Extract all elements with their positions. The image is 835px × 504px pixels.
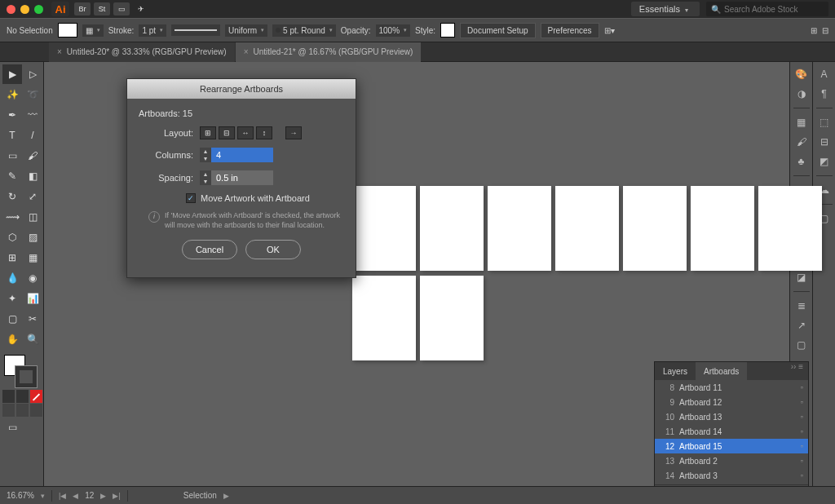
line-tool[interactable]: / (23, 126, 42, 145)
color-mode-solid[interactable] (2, 390, 15, 403)
type-tool[interactable]: T (2, 126, 22, 145)
artboard-tool[interactable]: ▢ (2, 309, 22, 329)
draw-behind[interactable] (16, 404, 29, 417)
magic-wand-tool[interactable]: ✨ (2, 85, 22, 104)
cancel-button[interactable]: Cancel (182, 240, 237, 259)
nav-first-icon[interactable]: |◀ (59, 492, 66, 500)
color-mode-gradient[interactable] (16, 390, 29, 403)
preferences-button[interactable]: Preferences (541, 23, 599, 38)
spacing-input[interactable]: ▴▾ 0.5 in (200, 170, 273, 185)
move-artwork-checkbox[interactable] (186, 193, 196, 203)
nav-next-icon[interactable]: ▶ (100, 492, 106, 500)
nav-artboard[interactable]: 12 (85, 491, 94, 500)
color-panel-icon[interactable]: 🎨 (794, 67, 809, 82)
opacity-value[interactable]: 100% (376, 24, 411, 37)
artboards-panel-icon[interactable]: ▢ (794, 338, 809, 352)
arrange-icon[interactable]: ▭ (113, 2, 130, 15)
hand-tool[interactable]: ✋ (2, 329, 22, 349)
close-tab-icon[interactable]: × (57, 47, 62, 56)
bridge-icon[interactable]: Br (74, 2, 91, 15)
profile-menu[interactable]: Uniform (225, 24, 267, 37)
zoom-window[interactable] (34, 5, 43, 14)
stroke-weight[interactable]: 1 pt (139, 24, 166, 37)
draw-normal[interactable] (2, 404, 15, 417)
asset-export-icon[interactable]: ↗ (794, 318, 809, 333)
artboard-options-icon[interactable]: ▫ (801, 383, 803, 391)
curvature-tool[interactable]: 〰 (23, 105, 42, 125)
rotate-tool[interactable]: ↻ (2, 187, 22, 206)
artboard[interactable] (352, 186, 416, 271)
eraser-tool[interactable]: ◧ (23, 166, 42, 186)
perspective-tool[interactable]: ▨ (23, 228, 42, 247)
layout-direction-icon[interactable]: → (285, 126, 302, 139)
symbol-sprayer-tool[interactable]: ✦ (2, 289, 22, 308)
rectangle-tool[interactable]: ▭ (2, 146, 22, 166)
zoom-tool[interactable]: 🔍 (23, 329, 42, 349)
lasso-tool[interactable]: ➰ (23, 85, 42, 104)
panel-collapse-icon[interactable]: ›› ≡ (786, 362, 808, 380)
blend-tool[interactable]: ◉ (23, 268, 42, 288)
close-window[interactable] (7, 5, 15, 14)
brushes-panel-icon[interactable]: 🖌 (794, 135, 809, 149)
workspace-switcher[interactable]: Essentials (631, 2, 700, 16)
artboards-tab[interactable]: Artboards (696, 362, 747, 380)
stepper-icon[interactable]: ▴▾ (200, 170, 211, 185)
panel-toggle2-icon[interactable]: ⊟ (822, 26, 828, 35)
artboard-row[interactable]: 8Artboard 11▫ (655, 380, 808, 395)
brush-tool[interactable]: 🖌 (23, 146, 42, 166)
artboard[interactable] (420, 276, 484, 360)
stepper-icon[interactable]: ▴▾ (200, 148, 211, 162)
nav-prev-icon[interactable]: ◀ (73, 492, 78, 500)
slice-tool[interactable]: ✂ (23, 309, 42, 329)
minimize-window[interactable] (20, 5, 29, 14)
artboard[interactable] (758, 186, 822, 271)
close-tab-icon[interactable]: × (244, 47, 249, 56)
scale-tool[interactable]: ⤢ (23, 187, 42, 206)
selection-tool[interactable]: ▶ (2, 64, 22, 84)
transform-panel-icon[interactable]: ⬚ (817, 115, 832, 130)
artboard[interactable] (352, 276, 416, 360)
mode-menu-icon[interactable]: ▶ (223, 492, 229, 500)
fill-stroke-control[interactable] (2, 353, 42, 389)
stroke-color[interactable] (15, 366, 37, 387)
eyedropper-tool[interactable]: 💧 (2, 268, 22, 288)
layout-col-icon[interactable]: ↕ (256, 126, 272, 139)
swatches-panel-icon[interactable]: ▦ (794, 115, 809, 130)
graphic-styles-icon[interactable]: ◪ (794, 270, 809, 285)
artboard[interactable] (420, 186, 484, 271)
artboard[interactable] (691, 186, 754, 271)
artboard-options-icon[interactable]: ▫ (801, 427, 803, 435)
document-setup-button[interactable]: Document Setup (460, 23, 536, 38)
artboard-options-icon[interactable]: ▫ (801, 457, 803, 465)
fill-swatch[interactable] (58, 23, 77, 38)
layers-tab[interactable]: Layers (655, 362, 696, 380)
type-panel-icon[interactable]: A (817, 67, 832, 82)
artboard[interactable] (555, 186, 619, 271)
paragraph-panel-icon[interactable]: ¶ (817, 86, 832, 101)
align-panel-icon[interactable]: ⊟ (817, 135, 832, 149)
artboard-row[interactable]: 10Artboard 13▫ (655, 409, 808, 424)
nav-last-icon[interactable]: ▶| (113, 492, 120, 500)
screen-mode[interactable]: ▭ (2, 418, 22, 437)
brush-menu[interactable]: 5 pt. Round (272, 24, 336, 37)
artboard-row[interactable]: 12Artboard 15▫ (655, 439, 808, 453)
pathfinder-panel-icon[interactable]: ◩ (817, 154, 832, 169)
artboard-options-icon[interactable]: ▫ (801, 413, 803, 421)
artboard[interactable] (623, 186, 687, 271)
search-input[interactable]: 🔍 Search Adobe Stock (706, 2, 828, 16)
artboard-row[interactable]: 9Artboard 12▫ (655, 395, 808, 409)
artboard-options-icon[interactable]: ▫ (801, 398, 803, 406)
stroke-profile[interactable] (171, 24, 220, 36)
zoom-menu-icon[interactable]: ▾ (41, 492, 45, 500)
style-swatch[interactable] (440, 23, 455, 38)
gradient-tool[interactable]: ▦ (23, 248, 42, 267)
pen-tool[interactable]: ✒ (2, 105, 22, 125)
tab-untitled-20[interactable]: × Untitled-20* @ 33.33% (RGB/GPU Preview… (49, 42, 235, 62)
color-guide-icon[interactable]: ◑ (794, 86, 809, 101)
direct-selection-tool[interactable]: ▷ (23, 64, 42, 84)
ok-button[interactable]: OK (245, 240, 301, 259)
graph-tool[interactable]: 📊 (23, 289, 42, 308)
stock-icon[interactable]: St (94, 2, 110, 15)
layers-panel-icon[interactable]: ≣ (794, 298, 809, 313)
draw-inside[interactable] (30, 404, 42, 417)
